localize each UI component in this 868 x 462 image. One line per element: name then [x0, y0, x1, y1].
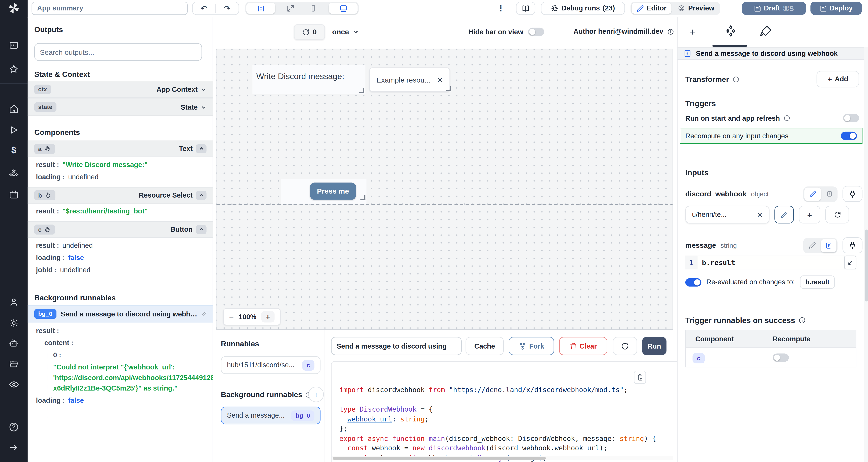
component-a-row[interactable]: a Text: [28, 140, 213, 157]
clear-button[interactable]: Clear: [559, 337, 608, 355]
close-icon[interactable]: ✕: [437, 75, 443, 84]
resize-handle[interactable]: [446, 86, 451, 91]
right-scrollbar[interactable]: [864, 47, 868, 462]
message-expr-editor[interactable]: 1 b.result: [685, 256, 856, 269]
deploy-button[interactable]: Deploy: [810, 2, 862, 15]
component-c-row[interactable]: c Button: [28, 221, 213, 238]
cache-button[interactable]: Cache: [466, 337, 504, 355]
refresh-resource-button[interactable]: [826, 206, 849, 224]
kebab-menu[interactable]: ⋮: [496, 3, 505, 13]
help-icon[interactable]: [9, 422, 19, 432]
user-icon[interactable]: [9, 297, 19, 307]
info-icon[interactable]: [732, 76, 739, 83]
reeval-chip[interactable]: b.result: [800, 275, 835, 289]
active-tab-underline: [712, 45, 747, 47]
zoom-out-button[interactable]: −: [229, 312, 234, 321]
run-button[interactable]: Run: [642, 337, 666, 355]
resize-handle[interactable]: [361, 195, 366, 200]
undo-button[interactable]: ↶: [193, 4, 215, 13]
canvas-text-component[interactable]: Write Discord message:: [256, 71, 344, 81]
runnable-item[interactable]: hub/1511/discord/se... c: [221, 356, 320, 374]
runnable-name-input[interactable]: [331, 337, 462, 355]
windmill-logo[interactable]: [8, 2, 20, 14]
eval-mode-button[interactable]: [821, 239, 836, 252]
deploy-label: Deploy: [830, 4, 853, 12]
connect-plug-button[interactable]: [842, 237, 862, 253]
schedules-icon[interactable]: [9, 190, 19, 200]
static-mode-button[interactable]: [804, 187, 821, 201]
message-type: string: [720, 241, 737, 250]
fork-button[interactable]: Fork: [509, 337, 554, 355]
recompute-toggle[interactable]: [841, 132, 857, 140]
workers-robot-icon[interactable]: [9, 338, 19, 349]
code-line: export async function main(discord_webho…: [339, 434, 682, 443]
state-row[interactable]: state State: [28, 98, 213, 116]
app-window: $ ↶ ↷: [0, 0, 868, 462]
collapse-chevron-up[interactable]: [196, 225, 206, 234]
apps-icon[interactable]: [9, 40, 19, 51]
insert-component-tab[interactable]: +: [690, 27, 695, 38]
add-transformer-button[interactable]: +Add: [816, 71, 859, 88]
prop-row: loadingundefined: [36, 173, 98, 181]
info-icon[interactable]: [667, 28, 674, 35]
draft-button[interactable]: Draft ⌘S: [742, 2, 806, 15]
refresh-code-button[interactable]: [613, 337, 637, 355]
bg0-row[interactable]: bg_0 Send a message to discord using web…: [28, 305, 213, 323]
search-outputs-input[interactable]: [34, 43, 202, 61]
static-mode-button[interactable]: [804, 239, 820, 252]
close-icon[interactable]: ✕: [757, 210, 763, 219]
copy-code-button[interactable]: [634, 371, 646, 384]
hide-bar-control: Hide bar on view: [468, 28, 544, 36]
desktop-view-button[interactable]: [329, 3, 358, 14]
canvas-press-me-button[interactable]: Press me: [310, 183, 356, 200]
ctx-row[interactable]: ctx App Context: [28, 81, 213, 98]
resource-select[interactable]: u/henri/te... ✕: [685, 206, 770, 224]
expand-editor-button[interactable]: [844, 256, 857, 269]
folders-icon[interactable]: [9, 359, 19, 369]
edit-resource-button[interactable]: [774, 206, 794, 224]
hide-bar-toggle[interactable]: [528, 28, 544, 36]
resize-handle[interactable]: [359, 88, 364, 93]
zoom-in-button[interactable]: +: [261, 311, 275, 323]
resources-icon[interactable]: [9, 168, 19, 179]
preview-tab[interactable]: Preview: [673, 3, 719, 14]
horizontal-scrollbar[interactable]: [332, 456, 673, 460]
app-canvas[interactable]: Write Discord message: Example resou... …: [216, 48, 673, 330]
row-recompute-toggle[interactable]: [773, 354, 789, 362]
collapse-chevron-up[interactable]: [196, 191, 206, 200]
edit-pencil-icon[interactable]: [202, 311, 207, 317]
eye-icon[interactable]: [9, 379, 19, 390]
app-summary-input[interactable]: [32, 2, 188, 15]
bg-runnable-item-selected[interactable]: Send a message... bg_0: [221, 406, 320, 424]
reeval-toggle[interactable]: [685, 278, 702, 286]
star-icon[interactable]: [9, 64, 19, 74]
center-layout-button[interactable]: [246, 3, 275, 14]
run-on-start-toggle[interactable]: [843, 114, 859, 122]
refresh-count-button[interactable]: 0: [294, 24, 325, 40]
connect-plug-button[interactable]: [842, 186, 862, 202]
docs-button[interactable]: [516, 2, 535, 15]
runs-icon[interactable]: [9, 125, 19, 135]
collapse-arrow-icon[interactable]: [9, 442, 19, 453]
info-icon[interactable]: [783, 114, 790, 122]
info-icon[interactable]: [799, 317, 806, 324]
add-resource-button[interactable]: +: [799, 206, 820, 224]
home-icon[interactable]: [9, 104, 19, 114]
redo-button[interactable]: ↷: [216, 4, 239, 13]
editor-tab[interactable]: Editor: [632, 3, 672, 14]
canvas-resource-select[interactable]: Example resou... ✕: [369, 67, 450, 92]
collapse-chevron-up[interactable]: [196, 144, 206, 153]
app-height-boundary[interactable]: [216, 204, 673, 205]
component-b-row[interactable]: b Resource Select: [28, 187, 213, 204]
variables-icon[interactable]: $: [11, 145, 17, 156]
frequency-dropdown[interactable]: once: [332, 28, 359, 36]
component-settings-tab[interactable]: [723, 24, 738, 39]
add-background-runnable-button[interactable]: +: [308, 387, 324, 402]
eval-mode-button[interactable]: [822, 187, 836, 201]
debug-runs-button[interactable]: Debug runs (23): [541, 2, 625, 15]
settings-gear-icon[interactable]: [9, 318, 19, 328]
code-editor[interactable]: import discordwebhook from "https://deno…: [331, 361, 682, 462]
styling-tab[interactable]: [759, 25, 772, 38]
mobile-view-button[interactable]: [299, 3, 328, 14]
message-expression[interactable]: b.result: [698, 256, 844, 269]
